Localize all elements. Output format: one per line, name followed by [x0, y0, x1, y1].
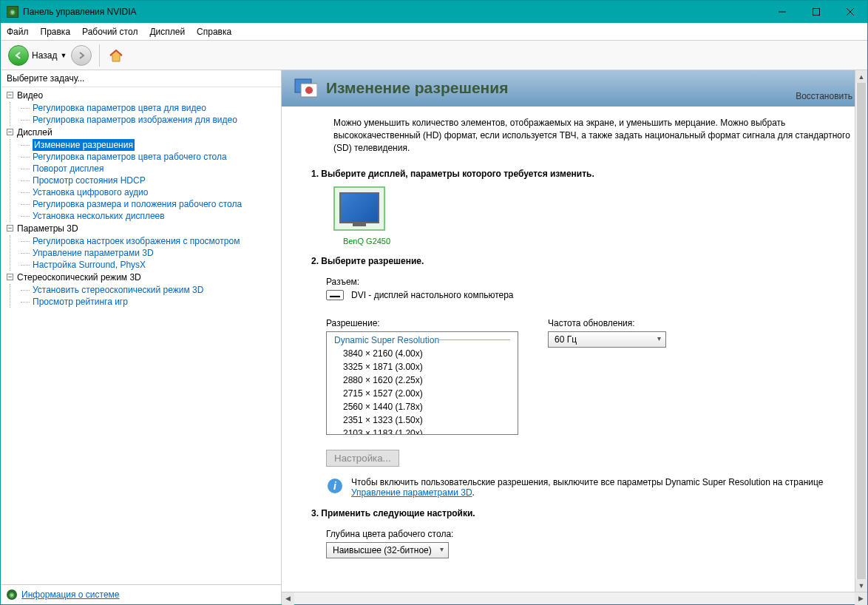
refresh-rate-select[interactable]: 60 Гц: [548, 331, 666, 348]
tree-group: −ДисплейИзменение разрешенияРегулировка …: [7, 127, 278, 222]
menu-help[interactable]: Справка: [197, 27, 231, 37]
tree-item[interactable]: Регулировка параметров цвета рабочего ст…: [21, 151, 278, 163]
menu-edit[interactable]: Правка: [41, 27, 71, 37]
step3-title: 3. Применить следующие настройки.: [311, 508, 854, 518]
tree-group-label[interactable]: Стереоскопический режим 3D: [7, 272, 278, 283]
display-name: BenQ G2450: [333, 237, 400, 246]
step1-title: 1. Выберите дисплей, параметры которого …: [311, 169, 854, 179]
tree-item[interactable]: Регулировка параметров изображения для в…: [21, 114, 278, 126]
configure-button[interactable]: Настройка...: [326, 450, 399, 467]
resolution-option[interactable]: 2351 × 1323 (1.50x): [327, 413, 518, 427]
tree-item[interactable]: Установка нескольких дисплеев: [21, 210, 278, 222]
toolbar-separator: [99, 44, 100, 67]
page-header-icon: [294, 76, 317, 100]
tree-group: −Параметры 3DРегулировка настроек изобра…: [7, 223, 278, 271]
menu-display[interactable]: Дисплей: [149, 27, 185, 37]
task-tree: −ВидеоРегулировка параметров цвета для в…: [1, 87, 281, 584]
tree-item[interactable]: Регулировка размера и положения рабочего…: [21, 198, 278, 210]
tree-group: −ВидеоРегулировка параметров цвета для в…: [7, 90, 278, 126]
back-label: Назад: [32, 50, 57, 61]
color-depth-label: Глубина цвета рабочего стола:: [326, 529, 854, 539]
task-pane: Выберите задачу... −ВидеоРегулировка пар…: [1, 70, 282, 604]
tree-group-label[interactable]: Параметры 3D: [7, 223, 278, 234]
resolution-option[interactable]: 2715 × 1527 (2.00x): [327, 387, 518, 400]
resolution-option[interactable]: 2560 × 1440 (1.78x): [327, 400, 518, 413]
tree-toggle[interactable]: −: [7, 225, 13, 231]
restore-defaults-link[interactable]: Восстановить: [796, 91, 852, 101]
listbox-group-header: Dynamic Super Resolution: [327, 332, 518, 347]
back-dropdown-icon[interactable]: ▼: [60, 52, 67, 59]
tree-item[interactable]: Поворот дисплея: [21, 163, 278, 175]
svg-point-6: [305, 87, 313, 94]
svg-rect-1: [813, 9, 820, 16]
page-body: Можно уменьшить количество элементов, от…: [282, 107, 867, 592]
tree-item[interactable]: Изменение разрешения: [21, 139, 278, 151]
window-title: Панель управления NVIDIA: [23, 7, 765, 17]
info-icon: i: [326, 477, 344, 495]
menu-file[interactable]: Файл: [7, 27, 29, 37]
tree-item[interactable]: Просмотр состояния HDCP: [21, 175, 278, 186]
step2-title: 2. Выберите разрешение.: [311, 256, 854, 266]
tree-toggle[interactable]: −: [7, 92, 13, 98]
scroll-left-icon[interactable]: ◀: [282, 592, 294, 605]
scroll-thumb[interactable]: [857, 83, 866, 579]
resolution-option[interactable]: 3325 × 1871 (3.00x): [327, 360, 518, 374]
horizontal-scrollbar[interactable]: ◀ ▶: [282, 592, 867, 604]
sysinfo-icon: ◉: [7, 589, 17, 600]
display-thumbnail[interactable]: [333, 186, 385, 231]
resolution-listbox[interactable]: Dynamic Super Resolution3840 × 2160 (4.0…: [326, 331, 518, 435]
tree-item[interactable]: Управление параметрами 3D: [21, 247, 278, 259]
titlebar: ◉ Панель управления NVIDIA: [1, 1, 867, 23]
back-button[interactable]: Назад ▼: [8, 45, 67, 66]
tree-item[interactable]: Просмотр рейтинга игр: [21, 296, 278, 308]
home-button[interactable]: [107, 47, 125, 64]
menu-desktop[interactable]: Рабочий стол: [82, 27, 138, 37]
system-info-bar: ◉ Информация о системе: [1, 584, 281, 604]
tree-group-label[interactable]: Видео: [7, 90, 278, 101]
page-header: Изменение разрешения Восстановить: [282, 70, 867, 107]
tree-item[interactable]: Установка цифрового аудио: [21, 186, 278, 198]
menubar: Файл Правка Рабочий стол Дисплей Справка: [1, 23, 867, 41]
monitor-icon: [339, 192, 379, 223]
tree-item[interactable]: Установить стереоскопический режим 3D: [21, 284, 278, 296]
tree-group: −Стереоскопический режим 3DУстановить ст…: [7, 272, 278, 308]
info-link[interactable]: Управление параметрами 3D: [351, 487, 472, 498]
tree-group-label[interactable]: Дисплей: [7, 127, 278, 138]
toolbar: Назад ▼: [1, 41, 867, 70]
maximize-button[interactable]: [799, 1, 833, 23]
forward-button[interactable]: [71, 45, 92, 66]
minimize-button[interactable]: [765, 1, 799, 23]
resolution-option[interactable]: 2880 × 1620 (2.25x): [327, 374, 518, 387]
info-text: Чтобы включить пользовательские разрешен…: [351, 477, 854, 498]
nvidia-icon: ◉: [7, 6, 18, 18]
scroll-right-icon[interactable]: ▶: [855, 592, 867, 605]
tree-item[interactable]: Регулировка параметров цвета для видео: [21, 102, 278, 114]
page-title: Изменение разрешения: [326, 79, 508, 97]
task-header: Выберите задачу...: [1, 70, 281, 87]
back-arrow-icon: [8, 45, 29, 66]
connector-label: Разъем:: [326, 277, 854, 287]
dvi-icon: ▬▬: [326, 290, 344, 300]
tree-toggle[interactable]: −: [7, 274, 13, 280]
resolution-option[interactable]: 3840 × 2160 (4.00x): [327, 347, 518, 360]
resolution-option[interactable]: 2103 × 1183 (1.20x): [327, 427, 518, 435]
content-pane: Изменение разрешения Восстановить Можно …: [282, 70, 867, 604]
resolution-label: Разрешение:: [326, 318, 518, 328]
connector-value: DVI - дисплей настольного компьютера: [351, 290, 514, 300]
vertical-scrollbar[interactable]: ▲ ▼: [855, 70, 867, 592]
page-description: Можно уменьшить количество элементов, от…: [333, 117, 854, 154]
refresh-label: Частота обновления:: [548, 318, 666, 328]
color-depth-select[interactable]: Наивысшее (32-битное): [326, 542, 449, 558]
scroll-up-icon[interactable]: ▲: [855, 70, 867, 83]
tree-item[interactable]: Настройка Surround, PhysX: [21, 259, 278, 271]
close-button[interactable]: [833, 1, 867, 23]
tree-toggle[interactable]: −: [7, 129, 13, 135]
scroll-down-icon[interactable]: ▼: [855, 579, 867, 592]
system-info-link[interactable]: Информация о системе: [21, 589, 119, 600]
tree-item[interactable]: Регулировка настроек изображения с просм…: [21, 235, 278, 247]
